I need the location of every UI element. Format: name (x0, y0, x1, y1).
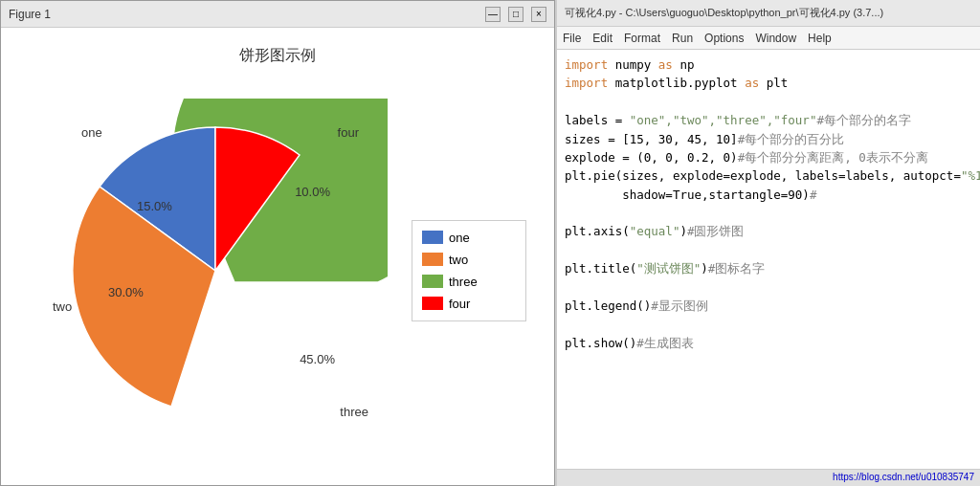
menu-run[interactable]: Run (672, 32, 693, 45)
legend-color-four (422, 297, 443, 310)
editor-window: 可视化4.py - C:\Users\guoguo\Desktop\python… (555, 0, 980, 486)
legend-item-one: one (422, 231, 516, 245)
editor-titlebar: 可视化4.py - C:\Users\guoguo\Desktop\python… (557, 0, 980, 27)
code-line-11 (565, 241, 972, 259)
pie-chart: one 15.0% four 10.0% two 30.0% (29, 99, 402, 443)
chart-legend: one two three four (412, 220, 526, 321)
menu-file[interactable]: File (563, 32, 581, 45)
code-line-2: import matplotlib.pyplot as plt (565, 74, 972, 92)
pie-svg (43, 99, 388, 443)
editor-statusbar: https://blog.csdn.net/u010835747 (557, 469, 980, 486)
menu-window[interactable]: Window (755, 32, 796, 45)
code-line-8: shadow=True,startangle=90)# (565, 186, 972, 204)
legend-label-one: one (449, 231, 470, 245)
code-line-13 (565, 278, 972, 297)
code-line-16: plt.show()#生成图表 (565, 334, 972, 352)
code-line-9 (565, 204, 972, 222)
editor-menubar: File Edit Format Run Options Window Help (557, 27, 980, 50)
editor-body[interactable]: import numpy as np import matplotlib.pyp… (557, 50, 980, 469)
legend-label-two: two (449, 253, 468, 267)
code-line-14: plt.legend()#显示图例 (565, 297, 972, 315)
code-line-4: labels = "one","two","three","four"#每个部分… (565, 111, 972, 129)
figure-content: 饼形图示例 (1, 28, 554, 485)
close-button[interactable]: × (531, 7, 546, 22)
figure-titlebar: Figure 1 — □ × (1, 1, 554, 28)
chart-title: 饼形图示例 (239, 46, 316, 66)
code-line-1: import numpy as np (565, 55, 972, 74)
chart-container: 饼形图示例 (29, 46, 526, 467)
statusbar-text: https://blog.csdn.net/u010835747 (833, 472, 974, 482)
legend-color-one (422, 231, 443, 244)
legend-item-three: three (422, 275, 516, 289)
legend-label-three: three (449, 275, 478, 289)
code-line-12: plt.title("测试饼图")#图标名字 (565, 259, 972, 277)
editor-title: 可视化4.py - C:\Users\guoguo\Desktop\python… (565, 6, 883, 20)
legend-color-three (422, 275, 443, 288)
menu-format[interactable]: Format (624, 32, 660, 45)
legend-item-four: four (422, 297, 516, 311)
chart-body: one 15.0% four 10.0% two 30.0% (29, 74, 526, 467)
menu-edit[interactable]: Edit (592, 32, 612, 45)
menu-options[interactable]: Options (704, 32, 744, 45)
figure-window: Figure 1 — □ × 饼形图示例 (0, 0, 555, 486)
code-line-5: sizes = [15, 30, 45, 10]#每个部分的百分比 (565, 130, 972, 148)
menu-help[interactable]: Help (808, 32, 832, 45)
figure-controls: — □ × (485, 7, 546, 22)
maximize-button[interactable]: □ (508, 7, 523, 22)
code-line-10: plt.axis("equal")#圆形饼图 (565, 222, 972, 240)
legend-color-two (422, 253, 443, 266)
code-line-15 (565, 315, 972, 333)
figure-title: Figure 1 (9, 8, 51, 21)
legend-item-two: two (422, 253, 516, 267)
code-line-7: plt.pie(sizes, explode=explode, labels=l… (565, 166, 972, 185)
minimize-button[interactable]: — (485, 7, 501, 22)
code-line-6: explode = (0, 0, 0.2, 0)#每个部分分离距离, 0表示不分… (565, 148, 972, 166)
code-line-3 (565, 93, 972, 111)
legend-label-four: four (449, 297, 470, 311)
